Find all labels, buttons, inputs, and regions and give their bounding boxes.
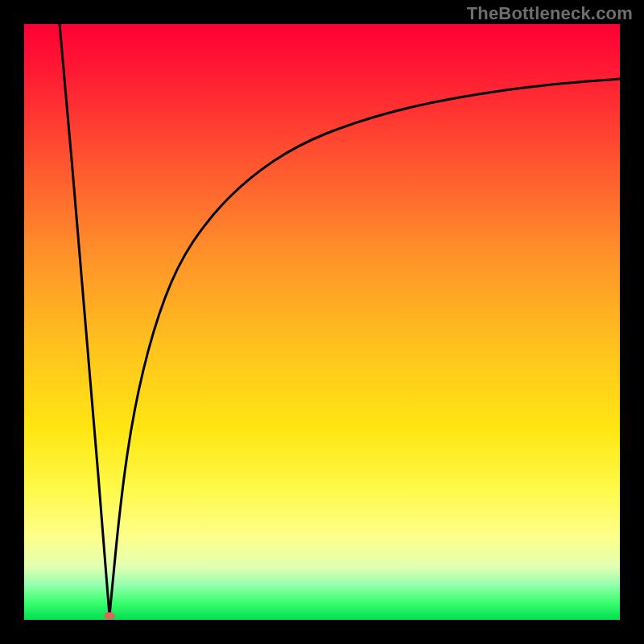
vertex-marker [104,613,115,620]
curve-svg [24,24,620,620]
bottleneck-curve [60,24,620,616]
watermark-text: TheBottleneck.com [467,3,633,24]
plot-area [24,24,620,620]
chart-frame: TheBottleneck.com [0,0,644,644]
